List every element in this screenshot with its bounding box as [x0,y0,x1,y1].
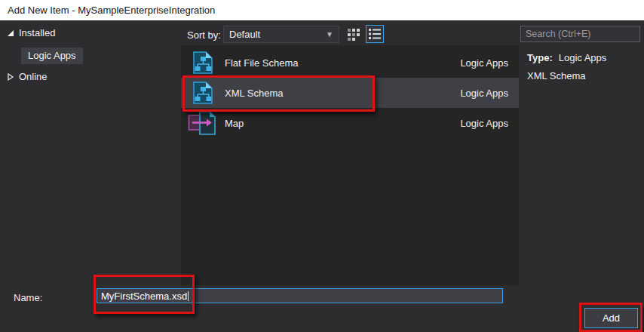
tree-node-label: Online [19,71,48,82]
tree-node-logic-apps[interactable]: Logic Apps [21,48,83,64]
sort-dropdown-value: Default [224,29,326,40]
add-new-item-dialog: Add New Item - MySampleEnterpriseIntegra… [0,0,644,332]
template-category: Logic Apps [460,88,519,99]
schema-file-icon [186,50,220,75]
dialog-titlebar: Add New Item - MySampleEnterpriseIntegra… [0,0,644,20]
list-view-icon [369,29,381,39]
small-icons-view-button[interactable] [345,26,363,43]
schema-file-icon [186,80,220,106]
type-value: Logic Apps [559,52,607,63]
template-type-line: Type:Logic Apps [527,52,606,63]
template-row-map[interactable]: Map Logic Apps [181,108,519,138]
tree-node-installed[interactable]: Installed [6,27,55,38]
template-row-flat-file-schema[interactable]: Flat File Schema Logic Apps [181,48,519,78]
sort-by-label: Sort by: [187,29,221,41]
list-view-button[interactable] [366,25,384,43]
tree-node-online[interactable]: Online [6,71,48,82]
template-category: Logic Apps [460,57,519,69]
file-name-value: MyFirstSchema.xsd [97,290,187,302]
text-caret [188,291,189,301]
template-name: XML Schema [220,88,460,99]
file-name-input[interactable]: MyFirstSchema.xsd [97,288,503,303]
template-description: XML Schema [527,70,586,81]
grid-view-icon [348,29,360,41]
collapsed-arrow-icon [6,72,15,81]
map-file-icon [186,110,220,136]
tree-node-label: Logic Apps [28,50,76,61]
template-category: Logic Apps [460,118,519,129]
expanded-arrow-icon [6,29,15,38]
add-button[interactable]: Add [584,308,638,328]
tree-node-label: Installed [19,27,55,38]
template-name: Map [220,118,460,129]
add-button-label: Add [603,312,620,324]
template-list: Flat File Schema Logic Apps XML Schema L… [181,45,519,285]
dialog-title: Add New Item - MySampleEnterpriseIntegra… [8,5,215,16]
search-placeholder: Search (Ctrl+E) [521,29,590,39]
name-label: Name: [14,292,42,303]
search-input[interactable]: Search (Ctrl+E) [520,26,640,42]
chevron-down-icon: ▼ [326,30,339,38]
sort-dropdown[interactable]: Default ▼ [223,26,339,43]
template-row-xml-schema[interactable]: XML Schema Logic Apps [181,78,519,108]
template-name: Flat File Schema [220,57,460,69]
type-label: Type: [527,52,553,63]
